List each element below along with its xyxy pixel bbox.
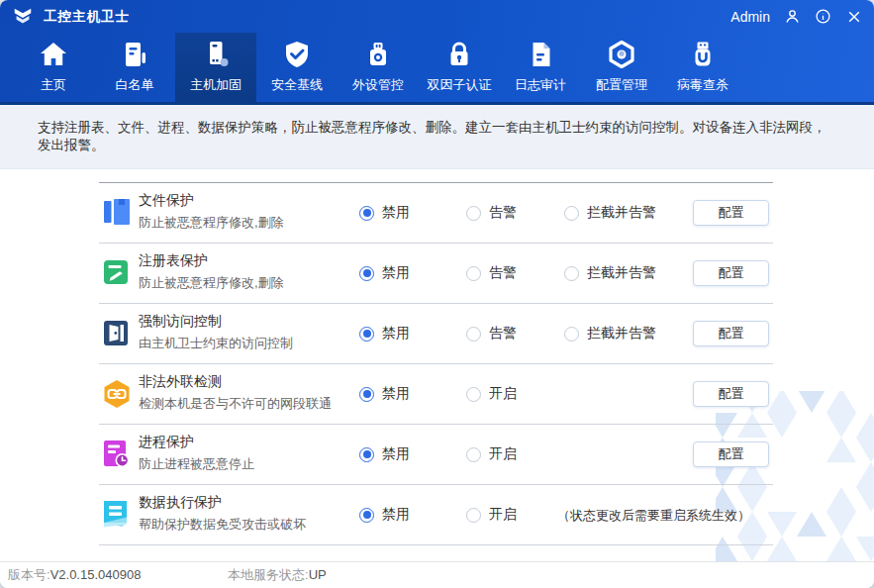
radio-unselected[interactable] xyxy=(466,327,481,342)
protection-title: 文件保护 xyxy=(139,192,194,210)
protection-title: 非法外联检测 xyxy=(139,373,222,391)
whitelist-icon xyxy=(120,40,149,69)
radio-unselected[interactable] xyxy=(466,387,481,402)
protection-row: 强制访问控制由主机卫士约束的访问控制禁用告警拦截并告警配置 xyxy=(99,304,773,364)
nav-tab-whitelist[interactable]: 白名单 xyxy=(94,33,175,102)
config-button[interactable]: 配置 xyxy=(693,200,769,226)
nav-tab-label: 外设管控 xyxy=(352,76,404,94)
radio-unselected[interactable] xyxy=(466,508,481,523)
radio-option[interactable]: 开启 xyxy=(466,445,517,463)
nav-tab-security-baseline[interactable]: 安全基线 xyxy=(256,33,338,102)
restart-note: （状态更改后需要重启系统生效） xyxy=(557,507,750,525)
status-bar: 版本号:V2.0.15.040908 本地服务状态:UP xyxy=(0,561,874,588)
nav-tab-peripheral-control[interactable]: 外设管控 xyxy=(338,33,419,102)
radio-label: 拦截并告警 xyxy=(587,204,656,222)
radio-unselected[interactable] xyxy=(466,447,481,462)
protection-subtitle: 防止进程被恶意停止 xyxy=(139,455,254,473)
nav-tab-config-management[interactable]: 配置管理 xyxy=(581,33,662,102)
radio-option[interactable]: 禁用 xyxy=(359,506,410,524)
radio-unselected[interactable] xyxy=(564,266,579,281)
radio-option[interactable]: 禁用 xyxy=(359,264,410,282)
protection-title: 注册表保护 xyxy=(139,252,208,270)
virus-scan-icon xyxy=(688,40,718,69)
radio-label: 禁用 xyxy=(382,325,410,343)
config-button[interactable]: 配置 xyxy=(693,381,769,407)
process-protection-icon xyxy=(104,441,130,468)
header: 工控主机卫士 Admin xyxy=(0,0,874,105)
protection-title: 强制访问控制 xyxy=(139,313,222,331)
info-icon[interactable] xyxy=(815,8,831,25)
radio-option[interactable]: 禁用 xyxy=(359,445,410,463)
radio-option[interactable]: 告警 xyxy=(466,264,517,282)
protection-title: 进程保护 xyxy=(139,434,194,451)
radio-unselected[interactable] xyxy=(466,266,481,281)
nav-tab-home[interactable]: 主页 xyxy=(13,33,94,102)
two-factor-icon xyxy=(444,40,474,69)
radio-selected[interactable] xyxy=(359,266,374,281)
user-icon[interactable] xyxy=(784,8,801,25)
radio-option[interactable]: 告警 xyxy=(466,325,517,343)
protection-row: 数据执行保护帮助保护数据免受攻击或破坏禁用开启（状态更改后需要重启系统生效） xyxy=(99,485,773,545)
protection-row: 进程保护防止进程被恶意停止禁用开启配置 xyxy=(99,425,773,485)
protection-subtitle: 由主机卫士约束的访问控制 xyxy=(139,335,293,352)
radio-selected[interactable] xyxy=(359,447,374,462)
titlebar-controls: Admin xyxy=(730,8,862,25)
protection-subtitle: 检测本机是否与不许可的网段联通 xyxy=(139,395,332,413)
radio-option[interactable]: 禁用 xyxy=(359,325,410,343)
nav-tab-label: 双因子认证 xyxy=(428,76,492,94)
host-hardening-icon xyxy=(201,40,231,69)
radio-option[interactable]: 开启 xyxy=(466,506,517,524)
nav-tab-host-hardening[interactable]: 主机加固 xyxy=(175,33,256,102)
registry-protection-icon xyxy=(104,259,130,287)
nav-tab-virus-scan[interactable]: 病毒查杀 xyxy=(662,33,743,102)
config-management-icon xyxy=(607,40,636,69)
config-button[interactable]: 配置 xyxy=(693,260,769,286)
radio-selected[interactable] xyxy=(359,206,374,221)
app-logo-icon xyxy=(12,6,34,28)
radio-label: 开启 xyxy=(489,385,517,403)
radio-selected[interactable] xyxy=(359,387,374,402)
nav-tab-label: 主页 xyxy=(41,76,66,94)
current-user[interactable]: Admin xyxy=(730,9,770,25)
protection-row: 注册表保护防止被恶意程序修改,删除禁用告警拦截并告警配置 xyxy=(99,244,773,304)
radio-option[interactable]: 禁用 xyxy=(359,204,410,222)
radio-label: 拦截并告警 xyxy=(587,264,656,282)
nav-tab-log-audit[interactable]: 日志审计 xyxy=(500,33,581,102)
protection-title: 数据执行保护 xyxy=(139,494,222,512)
config-button[interactable]: 配置 xyxy=(693,441,769,467)
radio-label: 禁用 xyxy=(382,264,410,282)
close-icon[interactable] xyxy=(845,8,862,25)
radio-unselected[interactable] xyxy=(564,206,579,221)
service-status-text: 本地服务状态:UP xyxy=(228,566,327,584)
radio-option[interactable]: 开启 xyxy=(466,385,517,403)
radio-label: 开启 xyxy=(489,506,517,524)
nav-tab-label: 安全基线 xyxy=(271,76,323,94)
nav-tab-two-factor[interactable]: 双因子认证 xyxy=(419,33,500,102)
module-description: 支持注册表、文件、进程、数据保护策略，防止被恶意程序修改、删除。建立一套由主机卫… xyxy=(0,105,874,169)
app-title: 工控主机卫士 xyxy=(44,8,130,26)
radio-selected[interactable] xyxy=(359,508,374,523)
app-window: 工控主机卫士 Admin xyxy=(0,0,874,588)
config-button[interactable]: 配置 xyxy=(693,321,769,346)
title-bar: 工控主机卫士 Admin xyxy=(0,0,874,33)
peripheral-control-icon xyxy=(363,40,393,69)
file-protection-icon xyxy=(104,199,130,227)
home-icon xyxy=(39,40,68,69)
protection-list: 文件保护防止被恶意程序修改,删除禁用告警拦截并告警配置注册表保护防止被恶意程序修… xyxy=(99,182,773,545)
radio-label: 开启 xyxy=(489,445,517,463)
radio-selected[interactable] xyxy=(359,327,374,342)
radio-option[interactable]: 拦截并告警 xyxy=(564,264,656,282)
log-audit-icon xyxy=(526,40,555,69)
radio-option[interactable]: 拦截并告警 xyxy=(564,325,656,343)
radio-option[interactable]: 拦截并告警 xyxy=(564,204,656,222)
radio-label: 告警 xyxy=(489,204,517,222)
radio-unselected[interactable] xyxy=(564,327,579,342)
radio-option[interactable]: 告警 xyxy=(466,204,517,222)
radio-unselected[interactable] xyxy=(466,206,481,221)
dep-icon xyxy=(104,501,130,529)
radio-option[interactable]: 禁用 xyxy=(359,385,410,403)
radio-label: 禁用 xyxy=(382,445,410,463)
version-text: 版本号:V2.0.15.040908 xyxy=(8,566,141,584)
protection-subtitle: 防止被恶意程序修改,删除 xyxy=(139,274,284,292)
radio-label: 禁用 xyxy=(382,204,410,222)
